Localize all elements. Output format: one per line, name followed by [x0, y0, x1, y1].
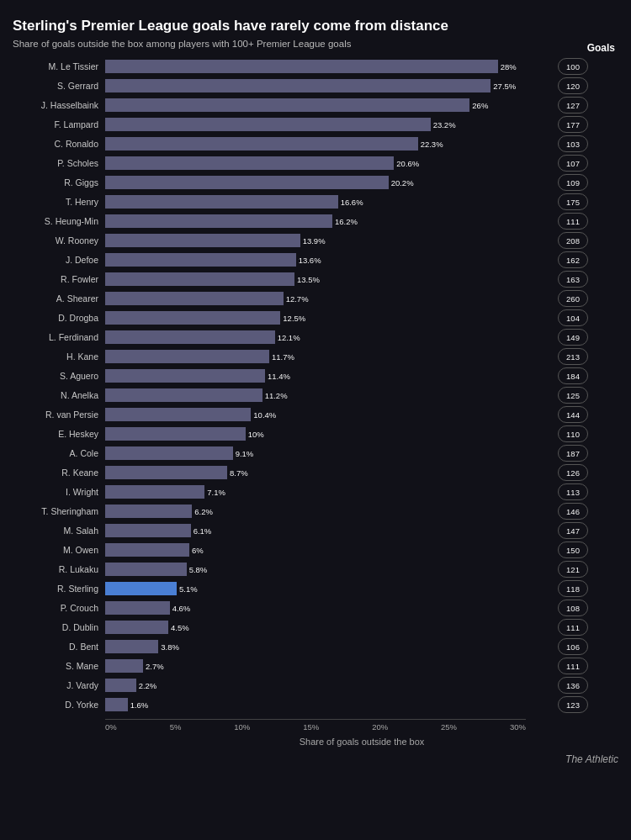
bar — [105, 79, 490, 92]
bar-label: 4.5% — [171, 623, 189, 632]
bar — [105, 524, 191, 537]
bar — [105, 118, 431, 131]
player-name: P. Scholes — [13, 158, 105, 168]
goals-badge: 163 — [558, 271, 588, 288]
bar — [105, 408, 251, 421]
player-name: M. Le Tissier — [13, 61, 105, 71]
axis-tick: 30% — [510, 722, 526, 732]
bar — [105, 485, 204, 499]
chart-row: D. Yorke 1.6% 123 — [13, 695, 618, 714]
chart-row: D. Drogba 12.5% 104 — [13, 309, 618, 327]
axis-tick: 10% — [234, 722, 250, 732]
axis-tick: 25% — [441, 722, 457, 732]
bar-label: 26% — [472, 101, 488, 110]
chart-row: M. Owen 6% 150 — [13, 541, 618, 559]
bar — [105, 292, 284, 305]
chart-row: M. Salah 6.1% 147 — [13, 521, 618, 540]
bar — [105, 330, 275, 344]
bar-label: 27.5% — [493, 82, 516, 91]
chart-subtitle: Share of goals outside the box among pla… — [13, 39, 448, 49]
bar-label: 16.6% — [341, 198, 363, 207]
player-name: S. Mane — [13, 661, 105, 671]
goals-badge: 118 — [558, 580, 588, 597]
bar — [105, 466, 227, 479]
bar — [105, 369, 265, 383]
bar — [105, 253, 296, 267]
goals-badge: 127 — [558, 97, 588, 114]
bar — [105, 98, 469, 112]
chart-row: P. Scholes 20.6% 107 — [13, 154, 618, 172]
bar — [105, 543, 189, 557]
goals-badge: 162 — [558, 251, 588, 268]
bar — [105, 427, 246, 441]
goals-badge: 125 — [558, 387, 588, 404]
player-name: R. Giggs — [13, 177, 105, 188]
chart-row: A. Cole 9.1% 187 — [13, 444, 618, 462]
player-name: L. Ferdinand — [13, 332, 105, 342]
chart-title: Sterling's Premier League goals have rar… — [13, 17, 448, 35]
bar-label: 13.5% — [297, 275, 320, 284]
goals-badge: 103 — [558, 135, 588, 152]
goals-badge: 107 — [558, 155, 588, 172]
chart-row: D. Dublin 4.5% 111 — [13, 618, 618, 637]
goals-badge: 120 — [558, 77, 588, 94]
chart-row: F. Lampard 23.2% 177 — [13, 115, 618, 134]
chart-row: A. Shearer 12.7% 260 — [13, 289, 618, 308]
bar — [105, 272, 294, 286]
bar — [105, 195, 338, 209]
bar — [105, 388, 262, 402]
player-name: N. Anelka — [13, 390, 105, 400]
goals-badge: 184 — [558, 367, 588, 384]
goals-badge: 110 — [558, 425, 588, 442]
x-axis: 0%5%10%15%20%25%30% — [105, 719, 526, 732]
chart-row: E. Heskey 10% 110 — [13, 425, 618, 443]
chart-row: R. van Persie 10.4% 144 — [13, 405, 618, 424]
bar — [105, 659, 143, 673]
bar-label: 5.8% — [189, 565, 208, 574]
player-name: T. Henry — [13, 197, 105, 207]
goals-badge: 126 — [558, 464, 588, 481]
goals-badge: 104 — [558, 309, 588, 326]
chart-rows: M. Le Tissier 28% 100 S. Gerrard 27.5% 1… — [13, 57, 618, 715]
goals-badge: 111 — [558, 658, 588, 674]
player-name: M. Salah — [13, 526, 105, 536]
goals-badge: 111 — [558, 619, 588, 636]
player-name: E. Heskey — [13, 429, 105, 439]
bar-label: 9.1% — [236, 449, 254, 458]
goals-badge: 108 — [558, 600, 588, 616]
bar-label: 11.7% — [272, 352, 294, 362]
goals-badge: 187 — [558, 445, 588, 462]
chart-row: J. Vardy 2.2% 136 — [13, 676, 618, 695]
player-name: I. Wright — [13, 487, 105, 497]
bar-label: 6.2% — [194, 507, 213, 516]
bar-label: 7.1% — [207, 488, 225, 497]
chart-row: R. Keane 8.7% 126 — [13, 463, 618, 482]
player-name: F. Lampard — [13, 119, 105, 129]
player-name: W. Rooney — [13, 235, 105, 246]
bar-label: 2.7% — [146, 662, 164, 671]
bar-label: 13.6% — [299, 256, 321, 265]
bar — [105, 311, 280, 325]
bar-label: 16.2% — [335, 217, 358, 226]
player-name: P. Crouch — [13, 603, 105, 613]
bar-label: 12.1% — [278, 333, 300, 342]
bar — [105, 156, 394, 170]
bar-label: 12.7% — [286, 294, 309, 304]
bar — [105, 234, 300, 247]
bar-label: 6% — [192, 546, 204, 555]
player-name: A. Cole — [13, 448, 105, 458]
bar-label: 2.2% — [139, 681, 157, 690]
bar-label: 10.4% — [253, 410, 276, 420]
bar-label: 11.2% — [265, 391, 288, 400]
bar-label: 12.5% — [283, 314, 305, 323]
chart-row: M. Le Tissier 28% 100 — [13, 57, 618, 76]
bar-label: 20.6% — [396, 159, 419, 168]
player-name: R. Fowler — [13, 274, 105, 284]
player-name: C. Ronaldo — [13, 139, 105, 149]
chart-row: T. Sheringham 6.2% 146 — [13, 502, 618, 520]
chart-row: R. Giggs 20.2% 109 — [13, 173, 618, 192]
chart-row: D. Bent 3.8% 106 — [13, 637, 618, 656]
bar-label: 28% — [501, 62, 517, 71]
player-name: D. Drogba — [13, 313, 105, 323]
goals-badge: 144 — [558, 406, 588, 423]
